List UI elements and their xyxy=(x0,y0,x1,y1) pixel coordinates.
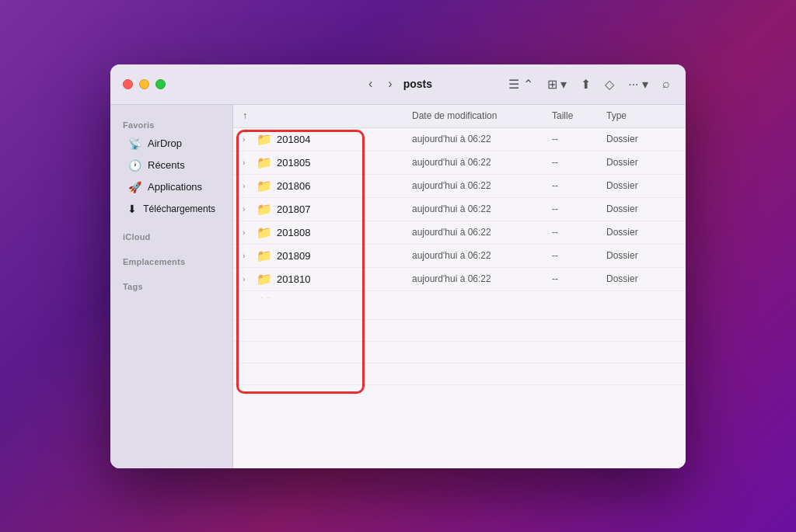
file-row-name: › 📁 201808 xyxy=(243,225,412,240)
sidebar-item-recents[interactable]: 🕐 Récents xyxy=(115,155,228,176)
col-name-header[interactable]: ↑ xyxy=(243,110,412,121)
empty-row xyxy=(233,298,686,320)
more-icon: ··· ▾ xyxy=(628,77,648,92)
tag-icon: ◇ xyxy=(605,77,614,92)
close-button[interactable] xyxy=(123,79,133,89)
empty-rows xyxy=(233,298,686,468)
folder-icon: 📁 xyxy=(257,272,272,287)
col-date-header[interactable]: Date de modification xyxy=(412,110,552,121)
file-type: Dossier xyxy=(606,157,676,168)
file-type: Dossier xyxy=(606,227,676,238)
grid-view-icon: ⊞ ▾ xyxy=(547,77,567,92)
file-date: aujourd'hui à 06:22 xyxy=(412,227,552,238)
file-rows: › 📁 201804 aujourd'hui à 06:22 -- Dossie… xyxy=(233,128,686,298)
traffic-lights xyxy=(123,79,166,89)
folder-icon: 📁 xyxy=(257,179,272,193)
file-row[interactable]: › 📁 201805 aujourd'hui à 06:22 -- Dossie… xyxy=(233,151,686,175)
sidebar-section-icloud: iCloud xyxy=(110,226,232,245)
file-size: -- xyxy=(552,134,606,144)
search-icon: ⌕ xyxy=(662,77,670,91)
sidebar-item-airdrop[interactable]: 📡 AirDrop xyxy=(115,133,228,155)
file-type: Dossier xyxy=(606,180,676,191)
col-type-header[interactable]: Type xyxy=(606,110,676,121)
applications-icon: 🚀 xyxy=(127,180,141,194)
chevron-right-icon: › xyxy=(243,252,252,260)
minimize-button[interactable] xyxy=(139,79,149,89)
file-name: 201806 xyxy=(277,180,310,192)
file-type: Dossier xyxy=(606,134,676,144)
search-button[interactable]: ⌕ xyxy=(659,74,673,94)
list-view-button[interactable]: ☰ ⌃ xyxy=(505,74,536,95)
sidebar-section-favorites: Favoris xyxy=(110,114,232,133)
empty-row xyxy=(233,320,686,342)
file-row-name: › 📁 201806 xyxy=(243,179,412,193)
file-row-name: › 📁 201805 xyxy=(243,155,412,170)
file-row-name: › 📁 201809 xyxy=(243,249,412,263)
file-row[interactable]: › 📁 201807 aujourd'hui à 06:22 -- Dossie… xyxy=(233,198,686,221)
file-date: aujourd'hui à 06:22 xyxy=(412,273,552,284)
file-name: 201804 xyxy=(277,134,310,145)
file-size: -- xyxy=(552,227,606,238)
file-row[interactable]: › 📁 201811 aujourd'hui à 06:22 -- Dossie… xyxy=(233,291,686,298)
file-name: 201808 xyxy=(277,227,310,238)
recents-icon: 🕐 xyxy=(127,158,141,172)
chevron-right-icon: › xyxy=(243,275,252,283)
toolbar-right: ☰ ⌃ ⊞ ▾ ⬆ ◇ ··· ▾ ⌕ xyxy=(505,74,673,95)
airdrop-icon: 📡 xyxy=(127,137,141,151)
recents-label: Récents xyxy=(148,159,185,171)
finder-window: ‹ › posts ☰ ⌃ ⊞ ▾ ⬆ ◇ ··· ▾ ⌕ xyxy=(110,64,686,468)
file-size: -- xyxy=(552,273,606,284)
forward-button[interactable]: › xyxy=(383,74,396,94)
airdrop-label: AirDrop xyxy=(148,137,182,149)
folder-icon: 📁 xyxy=(257,225,272,240)
share-button[interactable]: ⬆ xyxy=(578,74,594,95)
maximize-button[interactable] xyxy=(155,79,166,89)
applications-label: Applications xyxy=(148,181,202,193)
file-name: 201809 xyxy=(277,250,310,262)
file-name: 201810 xyxy=(277,273,310,285)
file-date: aujourd'hui à 06:22 xyxy=(412,203,552,214)
more-button[interactable]: ··· ▾ xyxy=(625,74,651,95)
empty-row xyxy=(233,342,686,363)
file-date: aujourd'hui à 06:22 xyxy=(412,250,552,261)
folder-icon: 📁 xyxy=(257,155,272,170)
file-size: -- xyxy=(552,203,606,214)
downloads-icon: ⬇ xyxy=(127,202,137,216)
share-icon: ⬆ xyxy=(581,77,591,92)
toolbar-center: ‹ › posts xyxy=(364,74,432,94)
tag-button[interactable]: ◇ xyxy=(602,74,617,95)
file-type: Dossier xyxy=(606,250,676,261)
file-date: aujourd'hui à 06:22 xyxy=(412,157,552,168)
chevron-right-icon: › xyxy=(243,158,252,167)
file-name: 201805 xyxy=(277,157,310,169)
column-header: ↑ Date de modification Taille Type xyxy=(233,105,686,128)
file-type: Dossier xyxy=(606,273,676,284)
back-button[interactable]: ‹ xyxy=(364,74,377,94)
file-list-wrapper: ↑ Date de modification Taille Type › 📁 2… xyxy=(233,105,686,468)
file-row-name: › 📁 201807 xyxy=(243,202,412,217)
file-list-area: › 📁 201804 aujourd'hui à 06:22 -- Dossie… xyxy=(233,128,686,468)
file-row[interactable]: › 📁 201804 aujourd'hui à 06:22 -- Dossie… xyxy=(233,128,686,151)
chevron-right-icon: › xyxy=(243,205,252,214)
sidebar-item-applications[interactable]: 🚀 Applications xyxy=(115,176,228,198)
col-size-header[interactable]: Taille xyxy=(552,110,606,121)
downloads-label: Téléchargements xyxy=(143,203,215,214)
list-view-icon: ☰ ⌃ xyxy=(508,77,532,92)
file-size: -- xyxy=(552,180,606,191)
file-row[interactable]: › 📁 201809 aujourd'hui à 06:22 -- Dossie… xyxy=(233,245,686,268)
folder-icon: 📁 xyxy=(257,249,272,263)
file-date: aujourd'hui à 06:22 xyxy=(412,134,552,144)
chevron-right-icon: › xyxy=(243,228,252,237)
file-row[interactable]: › 📁 201806 aujourd'hui à 06:22 -- Dossie… xyxy=(233,175,686,198)
file-row-name: › 📁 201804 xyxy=(243,132,412,147)
grid-view-button[interactable]: ⊞ ▾ xyxy=(544,74,570,95)
folder-icon: 📁 xyxy=(257,202,272,217)
title-bar: ‹ › posts ☰ ⌃ ⊞ ▾ ⬆ ◇ ··· ▾ ⌕ xyxy=(110,64,686,105)
empty-row xyxy=(233,363,686,385)
sort-icon: ↑ xyxy=(243,110,247,121)
file-row[interactable]: › 📁 201810 aujourd'hui à 06:22 -- Dossie… xyxy=(233,268,686,291)
file-row[interactable]: › 📁 201808 aujourd'hui à 06:22 -- Dossie… xyxy=(233,221,686,245)
file-row-name: › 📁 201810 xyxy=(243,272,412,287)
main-content: Favoris 📡 AirDrop 🕐 Récents 🚀 Applicatio… xyxy=(110,105,686,468)
sidebar-item-downloads[interactable]: ⬇ Téléchargements xyxy=(115,198,228,220)
